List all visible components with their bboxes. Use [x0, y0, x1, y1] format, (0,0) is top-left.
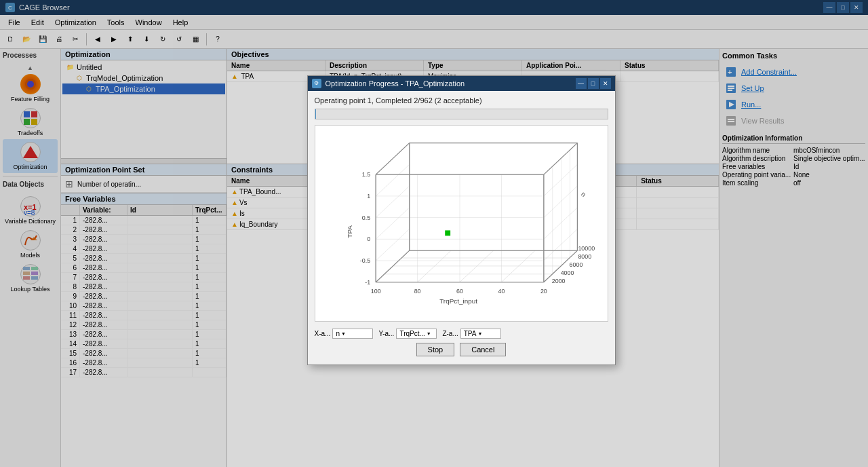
svg-text:1: 1 — [367, 192, 370, 199]
axis-row: X-a... n ▼ Y-a... TrqPct... ▼ Z-a... — [315, 327, 608, 343]
modal-minimize-button[interactable]: — — [576, 78, 587, 89]
z-axis-label: Z-a... — [442, 330, 458, 337]
svg-text:TrqPct_input: TrqPct_input — [439, 297, 477, 305]
svg-text:8000: 8000 — [578, 253, 591, 260]
modal-controls: — □ ✕ — [576, 78, 611, 89]
y-axis-label: Y-a... — [378, 330, 394, 337]
svg-text:-1: -1 — [365, 278, 370, 285]
chart-area: 1.5 1 0.5 0 -0.5 -1 TPA 100 80 60 40 20 … — [315, 125, 608, 322]
svg-text:TPA: TPA — [346, 225, 353, 238]
modal-overlay: ⚙ Optimization Progress - TPA_Optimizati… — [0, 0, 868, 467]
z-axis-group: Z-a... TPA ▼ — [442, 329, 500, 339]
modal-close-button[interactable]: ✕ — [600, 78, 611, 89]
y-axis-group: Y-a... TrqPct... ▼ — [378, 329, 437, 339]
svg-text:10000: 10000 — [578, 245, 595, 252]
x-dropdown-arrow: ▼ — [341, 331, 346, 336]
z-axis-dropdown[interactable]: TPA ▼ — [460, 329, 501, 339]
chart-svg: 1.5 1 0.5 0 -0.5 -1 TPA 100 80 60 40 20 … — [315, 126, 608, 321]
modal-titlebar: ⚙ Optimization Progress - TPA_Optimizati… — [308, 76, 615, 91]
modal-button-row: Stop Cancel — [315, 343, 608, 359]
svg-text:40: 40 — [498, 287, 505, 294]
x-axis-label: X-a... — [315, 330, 331, 337]
stop-button[interactable]: Stop — [416, 343, 455, 356]
svg-text:4000: 4000 — [560, 269, 574, 276]
modal-icon: ⚙ — [312, 79, 321, 88]
data-point — [445, 230, 450, 236]
y-axis-value: TrqPct... — [399, 330, 425, 337]
modal-body: Operating point 1, Completed 2/962 (2 ac… — [308, 91, 615, 365]
z-dropdown-arrow: ▼ — [477, 331, 482, 336]
modal-title: Optimization Progress - TPA_Optimization — [326, 79, 576, 88]
cancel-button[interactable]: Cancel — [460, 343, 506, 356]
modal-status-text: Operating point 1, Completed 2/962 (2 ac… — [315, 96, 608, 105]
progress-bar — [315, 109, 608, 119]
svg-text:0.5: 0.5 — [361, 214, 370, 221]
svg-text:60: 60 — [456, 287, 463, 294]
progress-fill — [315, 109, 316, 119]
svg-text:80: 80 — [414, 287, 420, 294]
svg-text:100: 100 — [370, 287, 380, 294]
x-axis-value: n — [336, 330, 340, 337]
z-axis-value: TPA — [464, 330, 477, 337]
x-axis-group: X-a... n ▼ — [315, 329, 374, 339]
svg-text:20: 20 — [540, 287, 547, 294]
svg-text:1.5: 1.5 — [361, 171, 370, 178]
svg-text:6000: 6000 — [569, 261, 583, 267]
optimization-progress-modal: ⚙ Optimization Progress - TPA_Optimizati… — [307, 75, 616, 365]
svg-text:2000: 2000 — [551, 277, 565, 284]
svg-text:0: 0 — [367, 236, 370, 242]
y-axis-dropdown[interactable]: TrqPct... ▼ — [396, 329, 437, 339]
x-axis-dropdown[interactable]: n ▼ — [332, 329, 373, 339]
svg-text:-0.5: -0.5 — [359, 257, 370, 263]
y-dropdown-arrow: ▼ — [427, 331, 431, 336]
modal-maximize-button[interactable]: □ — [588, 78, 599, 89]
